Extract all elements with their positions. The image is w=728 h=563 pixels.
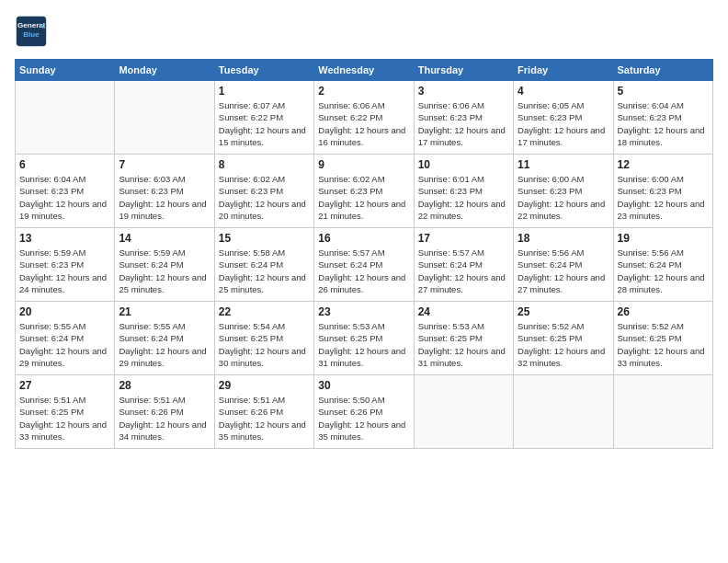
calendar-cell: 13Sunrise: 5:59 AM Sunset: 6:23 PM Dayli… — [16, 228, 115, 302]
weekday-header-sunday: Sunday — [16, 60, 115, 81]
cell-info: Sunrise: 5:55 AM Sunset: 6:24 PM Dayligh… — [119, 320, 210, 369]
weekday-header-saturday: Saturday — [613, 60, 712, 81]
calendar-cell: 9Sunrise: 6:02 AM Sunset: 6:23 PM Daylig… — [314, 155, 414, 228]
day-number: 13 — [19, 232, 110, 245]
cell-info: Sunrise: 5:59 AM Sunset: 6:24 PM Dayligh… — [119, 247, 210, 295]
calendar-cell: 26Sunrise: 5:52 AM Sunset: 6:25 PM Dayli… — [613, 302, 712, 375]
calendar-cell: 1Sunrise: 6:07 AM Sunset: 6:22 PM Daylig… — [214, 81, 313, 155]
calendar-cell: 15Sunrise: 5:58 AM Sunset: 6:24 PM Dayli… — [214, 228, 313, 302]
day-number: 19 — [618, 232, 709, 245]
cell-info: Sunrise: 5:57 AM Sunset: 6:24 PM Dayligh… — [318, 247, 409, 295]
day-number: 17 — [418, 232, 509, 245]
calendar-week-1: 1Sunrise: 6:07 AM Sunset: 6:22 PM Daylig… — [16, 81, 713, 155]
calendar-cell: 30Sunrise: 5:50 AM Sunset: 6:26 PM Dayli… — [314, 375, 414, 449]
day-number: 4 — [518, 85, 609, 98]
cell-info: Sunrise: 5:51 AM Sunset: 6:26 PM Dayligh… — [119, 394, 210, 442]
calendar-cell: 17Sunrise: 5:57 AM Sunset: 6:24 PM Dayli… — [414, 228, 513, 302]
weekday-row: SundayMondayTuesdayWednesdayThursdayFrid… — [16, 60, 713, 81]
cell-info: Sunrise: 5:56 AM Sunset: 6:24 PM Dayligh… — [518, 247, 609, 295]
calendar-cell — [115, 81, 214, 155]
day-number: 28 — [119, 379, 210, 392]
weekday-header-wednesday: Wednesday — [314, 60, 414, 81]
cell-info: Sunrise: 5:58 AM Sunset: 6:24 PM Dayligh… — [219, 247, 310, 295]
day-number: 15 — [219, 232, 310, 245]
calendar-body: 1Sunrise: 6:07 AM Sunset: 6:22 PM Daylig… — [16, 81, 713, 449]
logo-icon: General Blue — [15, 15, 48, 48]
day-number: 11 — [518, 158, 609, 171]
day-number: 1 — [219, 85, 310, 98]
cell-info: Sunrise: 5:53 AM Sunset: 6:25 PM Dayligh… — [418, 320, 509, 369]
cell-info: Sunrise: 5:56 AM Sunset: 6:24 PM Dayligh… — [618, 247, 709, 295]
calendar-cell: 2Sunrise: 6:06 AM Sunset: 6:22 PM Daylig… — [314, 81, 414, 155]
cell-info: Sunrise: 6:04 AM Sunset: 6:23 PM Dayligh… — [19, 173, 110, 222]
calendar-cell: 4Sunrise: 6:05 AM Sunset: 6:23 PM Daylig… — [514, 81, 613, 155]
day-number: 8 — [219, 158, 310, 171]
day-number: 14 — [119, 232, 210, 245]
cell-info: Sunrise: 6:03 AM Sunset: 6:23 PM Dayligh… — [119, 173, 210, 222]
day-number: 24 — [418, 305, 509, 318]
cell-info: Sunrise: 6:04 AM Sunset: 6:23 PM Dayligh… — [618, 99, 709, 148]
cell-info: Sunrise: 5:52 AM Sunset: 6:25 PM Dayligh… — [518, 320, 609, 369]
calendar-cell: 10Sunrise: 6:01 AM Sunset: 6:23 PM Dayli… — [414, 155, 513, 228]
cell-info: Sunrise: 5:57 AM Sunset: 6:24 PM Dayligh… — [418, 247, 509, 295]
calendar-cell: 6Sunrise: 6:04 AM Sunset: 6:23 PM Daylig… — [16, 155, 115, 228]
svg-text:General: General — [17, 21, 45, 29]
day-number: 10 — [418, 158, 509, 171]
calendar-cell: 29Sunrise: 5:51 AM Sunset: 6:26 PM Dayli… — [214, 375, 313, 449]
day-number: 23 — [318, 305, 409, 318]
cell-info: Sunrise: 5:51 AM Sunset: 6:26 PM Dayligh… — [219, 394, 310, 442]
day-number: 26 — [618, 305, 709, 318]
cell-info: Sunrise: 6:02 AM Sunset: 6:23 PM Dayligh… — [219, 173, 310, 222]
calendar-cell: 5Sunrise: 6:04 AM Sunset: 6:23 PM Daylig… — [613, 81, 712, 155]
calendar-cell: 3Sunrise: 6:06 AM Sunset: 6:23 PM Daylig… — [414, 81, 513, 155]
cell-info: Sunrise: 5:50 AM Sunset: 6:26 PM Dayligh… — [318, 394, 409, 442]
cell-info: Sunrise: 6:06 AM Sunset: 6:23 PM Dayligh… — [418, 99, 509, 148]
calendar-cell: 12Sunrise: 6:00 AM Sunset: 6:23 PM Dayli… — [613, 155, 712, 228]
day-number: 6 — [19, 158, 110, 171]
calendar-cell: 16Sunrise: 5:57 AM Sunset: 6:24 PM Dayli… — [314, 228, 414, 302]
svg-text:Blue: Blue — [23, 30, 40, 39]
cell-info: Sunrise: 6:07 AM Sunset: 6:22 PM Dayligh… — [219, 99, 310, 148]
weekday-header-friday: Friday — [514, 60, 613, 81]
day-number: 29 — [219, 379, 310, 392]
calendar-cell: 8Sunrise: 6:02 AM Sunset: 6:23 PM Daylig… — [214, 155, 313, 228]
cell-info: Sunrise: 6:01 AM Sunset: 6:23 PM Dayligh… — [418, 173, 509, 222]
day-number: 2 — [318, 85, 409, 98]
cell-info: Sunrise: 5:54 AM Sunset: 6:25 PM Dayligh… — [219, 320, 310, 369]
calendar-cell: 21Sunrise: 5:55 AM Sunset: 6:24 PM Dayli… — [115, 302, 214, 375]
calendar-cell: 14Sunrise: 5:59 AM Sunset: 6:24 PM Dayli… — [115, 228, 214, 302]
cell-info: Sunrise: 6:00 AM Sunset: 6:23 PM Dayligh… — [518, 173, 609, 222]
calendar-week-2: 6Sunrise: 6:04 AM Sunset: 6:23 PM Daylig… — [16, 155, 713, 228]
cell-info: Sunrise: 6:02 AM Sunset: 6:23 PM Dayligh… — [318, 173, 409, 222]
calendar-header: SundayMondayTuesdayWednesdayThursdayFrid… — [16, 60, 713, 81]
day-number: 21 — [119, 305, 210, 318]
day-number: 9 — [318, 158, 409, 171]
day-number: 30 — [318, 379, 409, 392]
calendar-cell: 22Sunrise: 5:54 AM Sunset: 6:25 PM Dayli… — [214, 302, 313, 375]
day-number: 3 — [418, 85, 509, 98]
calendar-cell — [414, 375, 513, 449]
calendar-cell — [514, 375, 613, 449]
calendar-cell: 24Sunrise: 5:53 AM Sunset: 6:25 PM Dayli… — [414, 302, 513, 375]
cell-info: Sunrise: 5:59 AM Sunset: 6:23 PM Dayligh… — [19, 247, 110, 295]
day-number: 27 — [19, 379, 110, 392]
logo: General Blue — [15, 15, 48, 48]
weekday-header-tuesday: Tuesday — [214, 60, 313, 81]
cell-info: Sunrise: 5:51 AM Sunset: 6:25 PM Dayligh… — [19, 394, 110, 442]
calendar-cell: 23Sunrise: 5:53 AM Sunset: 6:25 PM Dayli… — [314, 302, 414, 375]
calendar-cell: 25Sunrise: 5:52 AM Sunset: 6:25 PM Dayli… — [514, 302, 613, 375]
calendar-week-5: 27Sunrise: 5:51 AM Sunset: 6:25 PM Dayli… — [16, 375, 713, 449]
cell-info: Sunrise: 6:06 AM Sunset: 6:22 PM Dayligh… — [318, 99, 409, 148]
cell-info: Sunrise: 5:52 AM Sunset: 6:25 PM Dayligh… — [618, 320, 709, 369]
cell-info: Sunrise: 6:05 AM Sunset: 6:23 PM Dayligh… — [518, 99, 609, 148]
weekday-header-monday: Monday — [115, 60, 214, 81]
page-header: General Blue — [15, 15, 713, 48]
day-number: 20 — [19, 305, 110, 318]
calendar-cell: 20Sunrise: 5:55 AM Sunset: 6:24 PM Dayli… — [16, 302, 115, 375]
cell-info: Sunrise: 6:00 AM Sunset: 6:23 PM Dayligh… — [618, 173, 709, 222]
day-number: 25 — [518, 305, 609, 318]
calendar-table: SundayMondayTuesdayWednesdayThursdayFrid… — [15, 59, 713, 449]
calendar-cell — [16, 81, 115, 155]
calendar-week-4: 20Sunrise: 5:55 AM Sunset: 6:24 PM Dayli… — [16, 302, 713, 375]
calendar-cell: 28Sunrise: 5:51 AM Sunset: 6:26 PM Dayli… — [115, 375, 214, 449]
